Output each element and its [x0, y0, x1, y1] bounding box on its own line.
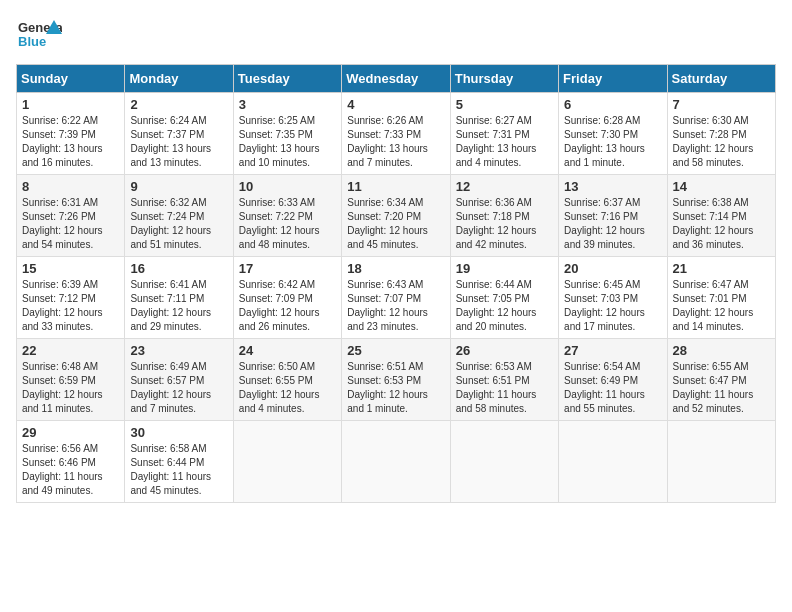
- day-info: Sunrise: 6:55 AM Sunset: 6:47 PM Dayligh…: [673, 360, 770, 416]
- day-number: 10: [239, 179, 336, 194]
- calendar-cell: 15Sunrise: 6:39 AM Sunset: 7:12 PM Dayli…: [17, 257, 125, 339]
- calendar-week-row: 22Sunrise: 6:48 AM Sunset: 6:59 PM Dayli…: [17, 339, 776, 421]
- calendar-cell: [233, 421, 341, 503]
- day-info: Sunrise: 6:39 AM Sunset: 7:12 PM Dayligh…: [22, 278, 119, 334]
- calendar-cell: [667, 421, 775, 503]
- calendar-cell: 27Sunrise: 6:54 AM Sunset: 6:49 PM Dayli…: [559, 339, 667, 421]
- calendar-cell: 14Sunrise: 6:38 AM Sunset: 7:14 PM Dayli…: [667, 175, 775, 257]
- day-info: Sunrise: 6:51 AM Sunset: 6:53 PM Dayligh…: [347, 360, 444, 416]
- calendar-cell: 19Sunrise: 6:44 AM Sunset: 7:05 PM Dayli…: [450, 257, 558, 339]
- day-info: Sunrise: 6:26 AM Sunset: 7:33 PM Dayligh…: [347, 114, 444, 170]
- day-info: Sunrise: 6:36 AM Sunset: 7:18 PM Dayligh…: [456, 196, 553, 252]
- day-info: Sunrise: 6:28 AM Sunset: 7:30 PM Dayligh…: [564, 114, 661, 170]
- day-number: 5: [456, 97, 553, 112]
- calendar-cell: 11Sunrise: 6:34 AM Sunset: 7:20 PM Dayli…: [342, 175, 450, 257]
- calendar-header-saturday: Saturday: [667, 65, 775, 93]
- svg-text:Blue: Blue: [18, 34, 46, 49]
- day-number: 6: [564, 97, 661, 112]
- day-number: 14: [673, 179, 770, 194]
- calendar-cell: 13Sunrise: 6:37 AM Sunset: 7:16 PM Dayli…: [559, 175, 667, 257]
- day-number: 18: [347, 261, 444, 276]
- calendar-cell: 25Sunrise: 6:51 AM Sunset: 6:53 PM Dayli…: [342, 339, 450, 421]
- day-number: 29: [22, 425, 119, 440]
- calendar-cell: [450, 421, 558, 503]
- calendar-cell: 4Sunrise: 6:26 AM Sunset: 7:33 PM Daylig…: [342, 93, 450, 175]
- calendar-cell: 28Sunrise: 6:55 AM Sunset: 6:47 PM Dayli…: [667, 339, 775, 421]
- day-info: Sunrise: 6:48 AM Sunset: 6:59 PM Dayligh…: [22, 360, 119, 416]
- calendar-week-row: 29Sunrise: 6:56 AM Sunset: 6:46 PM Dayli…: [17, 421, 776, 503]
- calendar-cell: 30Sunrise: 6:58 AM Sunset: 6:44 PM Dayli…: [125, 421, 233, 503]
- day-number: 12: [456, 179, 553, 194]
- day-info: Sunrise: 6:32 AM Sunset: 7:24 PM Dayligh…: [130, 196, 227, 252]
- calendar-cell: 2Sunrise: 6:24 AM Sunset: 7:37 PM Daylig…: [125, 93, 233, 175]
- day-number: 20: [564, 261, 661, 276]
- day-number: 3: [239, 97, 336, 112]
- day-number: 1: [22, 97, 119, 112]
- day-info: Sunrise: 6:44 AM Sunset: 7:05 PM Dayligh…: [456, 278, 553, 334]
- calendar-cell: 7Sunrise: 6:30 AM Sunset: 7:28 PM Daylig…: [667, 93, 775, 175]
- calendar-cell: 1Sunrise: 6:22 AM Sunset: 7:39 PM Daylig…: [17, 93, 125, 175]
- day-number: 30: [130, 425, 227, 440]
- day-info: Sunrise: 6:58 AM Sunset: 6:44 PM Dayligh…: [130, 442, 227, 498]
- day-number: 11: [347, 179, 444, 194]
- header: General Blue: [16, 16, 776, 52]
- day-number: 17: [239, 261, 336, 276]
- calendar-cell: 6Sunrise: 6:28 AM Sunset: 7:30 PM Daylig…: [559, 93, 667, 175]
- calendar-header-friday: Friday: [559, 65, 667, 93]
- calendar-cell: 20Sunrise: 6:45 AM Sunset: 7:03 PM Dayli…: [559, 257, 667, 339]
- calendar-cell: [342, 421, 450, 503]
- day-number: 25: [347, 343, 444, 358]
- day-info: Sunrise: 6:42 AM Sunset: 7:09 PM Dayligh…: [239, 278, 336, 334]
- day-number: 8: [22, 179, 119, 194]
- logo: General Blue: [16, 16, 62, 52]
- day-info: Sunrise: 6:25 AM Sunset: 7:35 PM Dayligh…: [239, 114, 336, 170]
- calendar-cell: 3Sunrise: 6:25 AM Sunset: 7:35 PM Daylig…: [233, 93, 341, 175]
- day-number: 27: [564, 343, 661, 358]
- day-info: Sunrise: 6:37 AM Sunset: 7:16 PM Dayligh…: [564, 196, 661, 252]
- day-info: Sunrise: 6:22 AM Sunset: 7:39 PM Dayligh…: [22, 114, 119, 170]
- day-number: 15: [22, 261, 119, 276]
- calendar-table: SundayMondayTuesdayWednesdayThursdayFrid…: [16, 64, 776, 503]
- calendar-cell: [559, 421, 667, 503]
- day-number: 28: [673, 343, 770, 358]
- day-number: 26: [456, 343, 553, 358]
- day-number: 13: [564, 179, 661, 194]
- calendar-header-wednesday: Wednesday: [342, 65, 450, 93]
- day-info: Sunrise: 6:45 AM Sunset: 7:03 PM Dayligh…: [564, 278, 661, 334]
- calendar-cell: 17Sunrise: 6:42 AM Sunset: 7:09 PM Dayli…: [233, 257, 341, 339]
- day-info: Sunrise: 6:27 AM Sunset: 7:31 PM Dayligh…: [456, 114, 553, 170]
- calendar-cell: 24Sunrise: 6:50 AM Sunset: 6:55 PM Dayli…: [233, 339, 341, 421]
- calendar-header-row: SundayMondayTuesdayWednesdayThursdayFrid…: [17, 65, 776, 93]
- day-info: Sunrise: 6:24 AM Sunset: 7:37 PM Dayligh…: [130, 114, 227, 170]
- calendar-cell: 8Sunrise: 6:31 AM Sunset: 7:26 PM Daylig…: [17, 175, 125, 257]
- calendar-header-tuesday: Tuesday: [233, 65, 341, 93]
- calendar-cell: 10Sunrise: 6:33 AM Sunset: 7:22 PM Dayli…: [233, 175, 341, 257]
- day-info: Sunrise: 6:49 AM Sunset: 6:57 PM Dayligh…: [130, 360, 227, 416]
- logo-icon: General Blue: [16, 16, 62, 52]
- day-info: Sunrise: 6:50 AM Sunset: 6:55 PM Dayligh…: [239, 360, 336, 416]
- calendar-cell: 26Sunrise: 6:53 AM Sunset: 6:51 PM Dayli…: [450, 339, 558, 421]
- calendar-week-row: 15Sunrise: 6:39 AM Sunset: 7:12 PM Dayli…: [17, 257, 776, 339]
- day-info: Sunrise: 6:47 AM Sunset: 7:01 PM Dayligh…: [673, 278, 770, 334]
- calendar-cell: 9Sunrise: 6:32 AM Sunset: 7:24 PM Daylig…: [125, 175, 233, 257]
- day-info: Sunrise: 6:38 AM Sunset: 7:14 PM Dayligh…: [673, 196, 770, 252]
- calendar-header-monday: Monday: [125, 65, 233, 93]
- day-number: 9: [130, 179, 227, 194]
- calendar-week-row: 8Sunrise: 6:31 AM Sunset: 7:26 PM Daylig…: [17, 175, 776, 257]
- day-info: Sunrise: 6:41 AM Sunset: 7:11 PM Dayligh…: [130, 278, 227, 334]
- calendar-cell: 5Sunrise: 6:27 AM Sunset: 7:31 PM Daylig…: [450, 93, 558, 175]
- calendar-cell: 22Sunrise: 6:48 AM Sunset: 6:59 PM Dayli…: [17, 339, 125, 421]
- day-info: Sunrise: 6:43 AM Sunset: 7:07 PM Dayligh…: [347, 278, 444, 334]
- day-number: 22: [22, 343, 119, 358]
- day-number: 16: [130, 261, 227, 276]
- day-info: Sunrise: 6:54 AM Sunset: 6:49 PM Dayligh…: [564, 360, 661, 416]
- day-number: 2: [130, 97, 227, 112]
- day-info: Sunrise: 6:33 AM Sunset: 7:22 PM Dayligh…: [239, 196, 336, 252]
- day-number: 7: [673, 97, 770, 112]
- day-number: 4: [347, 97, 444, 112]
- calendar-cell: 16Sunrise: 6:41 AM Sunset: 7:11 PM Dayli…: [125, 257, 233, 339]
- calendar-cell: 21Sunrise: 6:47 AM Sunset: 7:01 PM Dayli…: [667, 257, 775, 339]
- day-number: 21: [673, 261, 770, 276]
- day-info: Sunrise: 6:53 AM Sunset: 6:51 PM Dayligh…: [456, 360, 553, 416]
- day-info: Sunrise: 6:34 AM Sunset: 7:20 PM Dayligh…: [347, 196, 444, 252]
